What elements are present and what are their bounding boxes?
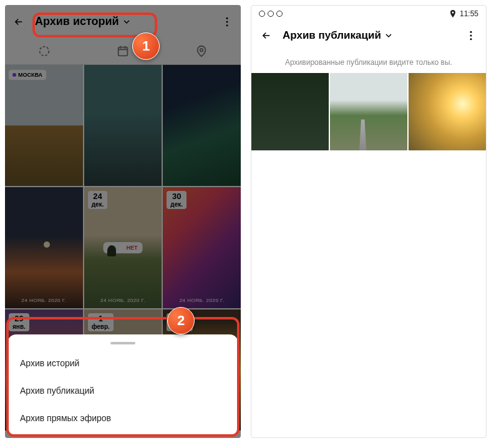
sheet-item-posts[interactable]: Архив публикаций <box>7 377 238 404</box>
location-sticker: МОСКВА <box>9 70 46 80</box>
story-date-label: 24 НОЯБ. 2020 Г. <box>5 298 83 303</box>
chevron-down-icon <box>123 18 130 26</box>
sheet-item-live[interactable]: Архив прямых эфиров <box>7 404 238 432</box>
post-cell[interactable] <box>330 73 407 150</box>
posts-grid <box>251 73 486 150</box>
story-cell[interactable] <box>84 65 162 186</box>
status-bar: 11:55 <box>251 6 486 22</box>
location-icon[interactable] <box>195 44 208 58</box>
svg-point-2 <box>226 24 228 26</box>
callout-badge-1: 1 <box>132 32 160 60</box>
archive-info-text: Архивированные публикации видите только … <box>251 49 486 73</box>
location-pin-icon <box>450 10 456 17</box>
svg-point-5 <box>200 49 203 52</box>
archive-header-right: Архив публикаций <box>251 22 486 49</box>
story-date-badge: 30 дек. <box>167 191 187 209</box>
calendar-icon[interactable] <box>116 44 130 58</box>
archive-title-dropdown[interactable]: Архив историй <box>35 15 211 28</box>
story-date-badge: 29 янв. <box>9 313 29 331</box>
sheet-drag-handle[interactable] <box>110 342 135 344</box>
chevron-down-icon <box>385 32 392 39</box>
story-date-badge: 1 февр. <box>88 313 114 331</box>
callout-badge-2: 2 <box>167 307 195 334</box>
archive-title-text: Архив историй <box>35 15 119 28</box>
status-time: 11:55 <box>460 9 478 18</box>
more-vertical-icon[interactable] <box>465 29 477 42</box>
poll-sticker: ДА НЕТ <box>104 242 143 253</box>
status-left-icons <box>259 11 283 17</box>
back-arrow-icon[interactable] <box>260 29 273 42</box>
status-circle-icon <box>268 11 274 17</box>
phone-left-screenshot: Архив историй 1 МОСКВА 24 НОЯБ. 2020 Г. <box>5 5 241 438</box>
post-cell[interactable] <box>251 73 329 150</box>
status-right-icons: 11:55 <box>450 9 478 18</box>
sheet-item-stories[interactable]: Архив историй <box>7 349 238 377</box>
svg-rect-4 <box>119 47 128 56</box>
svg-point-0 <box>226 17 228 19</box>
story-date-badge: 24 дек. <box>88 191 108 209</box>
archive-header-left: Архив историй <box>5 5 241 38</box>
svg-point-3 <box>40 47 49 56</box>
svg-point-7 <box>470 35 472 37</box>
story-date-label: 24 НОЯБ. 2020 Г. <box>84 298 162 303</box>
phone-right-screenshot: 11:55 Архив публикаций Архивированные пу… <box>251 5 487 438</box>
status-circle-icon <box>276 11 283 17</box>
story-cell[interactable] <box>163 65 241 186</box>
reel-icon[interactable] <box>37 44 51 58</box>
archive-title-dropdown[interactable]: Архив публикаций <box>283 29 455 42</box>
archive-tabs <box>5 38 241 65</box>
more-vertical-icon[interactable] <box>221 16 233 28</box>
story-cell[interactable]: 24 НОЯБ. 2020 Г. <box>5 187 83 308</box>
story-date-label: 24 НОЯБ. 2020 Г. <box>163 298 241 303</box>
svg-point-6 <box>470 31 472 33</box>
archive-type-bottom-sheet: Архив историй Архив публикаций Архив пря… <box>7 334 238 436</box>
back-arrow-icon[interactable] <box>12 16 25 28</box>
post-cell[interactable] <box>409 73 486 150</box>
archive-title-text: Архив публикаций <box>283 29 381 42</box>
story-cell[interactable]: 30 дек. 24 НОЯБ. 2020 Г. <box>163 187 241 308</box>
svg-point-8 <box>470 38 472 40</box>
story-cell[interactable]: МОСКВА <box>5 65 83 186</box>
status-circle-icon <box>259 11 265 17</box>
story-cell[interactable]: 24 дек. ДА НЕТ 24 НОЯБ. 2020 Г. <box>84 187 162 308</box>
svg-point-1 <box>226 21 228 22</box>
